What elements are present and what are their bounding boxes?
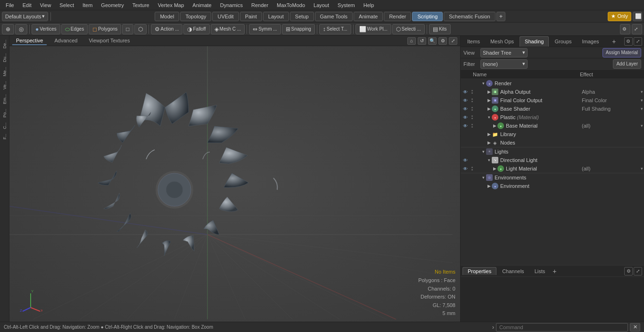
filter-dropdown[interactable]: (none) ▾ xyxy=(480,59,528,69)
viewport[interactable]: Y X Z No Items Polygons : Face Channels:… xyxy=(9,46,460,322)
add-layer-button[interactable]: Add Layer xyxy=(613,59,641,69)
tree-item-light-material[interactable]: 👁 ▶ ● Light Material (all) ▾ xyxy=(461,164,644,173)
arrow-library[interactable]: ▶ xyxy=(486,132,492,137)
effect-arrow-base-shader[interactable]: ▾ xyxy=(641,106,643,111)
tree-item-library[interactable]: ▶ 📁 Library xyxy=(461,130,644,138)
tab-animate[interactable]: Animate xyxy=(354,12,383,21)
tree-item-alpha-output[interactable]: 👁 ▶ ▣ Alpha Output Alpha ▾ xyxy=(461,88,644,96)
tab-schematic[interactable]: Schematic Fusion xyxy=(444,12,495,21)
vp-home-btn[interactable]: ⌂ xyxy=(407,37,416,45)
effect-arrow-alpha[interactable]: ▾ xyxy=(641,89,643,94)
prop-tab-lists[interactable]: Lists xyxy=(530,267,550,275)
arrow-environment[interactable]: ▶ xyxy=(486,184,492,188)
tree-item-environment[interactable]: ▶ ● Environment xyxy=(461,182,644,190)
eye-environments[interactable] xyxy=(462,174,469,181)
tab-setup[interactable]: Setup xyxy=(290,12,314,21)
arrow-nodes[interactable]: ▶ xyxy=(486,140,492,145)
add-panel-tab-button[interactable]: + xyxy=(610,38,618,45)
sidebar-item-em[interactable]: Em... xyxy=(1,92,8,106)
tree-item-environments[interactable]: ▾ ◎ Environments xyxy=(461,173,644,182)
edges-btn[interactable]: ⬭ Edges xyxy=(61,24,88,34)
arrow-environments[interactable]: ▾ xyxy=(480,175,486,180)
prop-settings-icon[interactable]: ⚙ xyxy=(624,267,633,275)
tab-model[interactable]: Model xyxy=(155,12,179,21)
eye-light-mat[interactable]: 👁 xyxy=(462,165,469,172)
tree-item-lights[interactable]: ▾ ☀ Lights xyxy=(461,147,644,156)
polygons-btn[interactable]: ◻ Polygons xyxy=(89,24,121,34)
tab-render[interactable]: Render xyxy=(384,12,411,21)
sidebar-item-c[interactable]: C... xyxy=(1,121,8,131)
eye-library[interactable] xyxy=(462,130,469,138)
falloff-btn[interactable]: ◑ Falloff xyxy=(183,24,209,34)
view-dropdown[interactable]: Shader Tree ▾ xyxy=(480,48,528,57)
eye-render[interactable] xyxy=(462,80,469,87)
vp-rotate-btn[interactable]: ↺ xyxy=(418,37,426,45)
eye-nodes[interactable] xyxy=(462,139,469,146)
add-layout-button[interactable]: + xyxy=(496,12,506,21)
selection-btn[interactable]: ⬡ Selecti ... xyxy=(392,24,425,34)
sidebar-item-me[interactable]: Me... xyxy=(1,65,8,78)
work-plane-btn[interactable]: ⬜ Work Pl... xyxy=(355,24,391,34)
tab-layout[interactable]: Layout xyxy=(263,12,289,21)
sidebar-item-de[interactable]: De... xyxy=(1,38,8,50)
select2-btn[interactable]: ⬡ xyxy=(134,24,147,34)
eye-environment[interactable] xyxy=(462,182,469,190)
tab-topology[interactable]: Topology xyxy=(180,12,211,21)
eye-plastic[interactable]: 👁 xyxy=(462,113,469,121)
add-prop-tab-button[interactable]: + xyxy=(553,267,556,275)
arrow-alpha[interactable]: ▶ xyxy=(486,89,492,94)
menu-texture[interactable]: Texture xyxy=(129,1,153,9)
eye-base-shader[interactable]: 👁 xyxy=(462,105,469,113)
effect-arrow-final-color[interactable]: ▾ xyxy=(641,98,643,103)
arrow-lights[interactable]: ▾ xyxy=(480,149,486,154)
panel-tab-mesh-ops[interactable]: Mesh Ops xyxy=(486,36,519,47)
eye-dir-light[interactable]: 👁 xyxy=(462,156,469,164)
shader-tree[interactable]: ▾ ● Render 👁 ▶ ▣ Alpha Output Alpha ▾ xyxy=(461,79,644,265)
vp-expand-btn[interactable]: ⤢ xyxy=(449,37,457,45)
only-button[interactable]: ★ Only xyxy=(608,12,631,21)
select1-btn[interactable]: □ xyxy=(122,24,133,34)
panel-tab-groups[interactable]: Groups xyxy=(550,36,576,47)
menu-edit[interactable]: Edit xyxy=(19,1,35,9)
settings-btn[interactable]: ⚙ xyxy=(620,24,630,34)
vertices-btn[interactable]: ● Vertices xyxy=(32,24,60,34)
eye-final-color[interactable]: 👁 xyxy=(462,97,469,104)
menu-render[interactable]: Render xyxy=(248,1,272,9)
layout-dropdown[interactable]: Default Layouts ▾ xyxy=(2,12,48,21)
effect-arrow-base-mat[interactable]: ▾ xyxy=(641,123,643,128)
arrow-dir-light[interactable]: ▾ xyxy=(486,158,492,162)
menu-layout[interactable]: Layout xyxy=(310,1,333,9)
tree-item-plastic[interactable]: 👁 ▾ ● Plastic (Material) xyxy=(461,113,644,121)
maximize-button[interactable]: ⬜ xyxy=(633,12,642,21)
vp-gear-btn[interactable]: ⚙ xyxy=(438,37,447,45)
menu-geometry[interactable]: Geometry xyxy=(97,1,127,9)
mesh-btn[interactable]: ◈ Mesh C ... xyxy=(211,24,245,34)
panel-tab-images[interactable]: Images xyxy=(578,36,604,47)
menu-item[interactable]: Item xyxy=(79,1,96,9)
command-input[interactable] xyxy=(496,323,628,332)
prop-tab-properties[interactable]: Properties xyxy=(462,267,496,275)
tab-uvedit[interactable]: UVEdit xyxy=(212,12,239,21)
arrow-base-mat[interactable]: ▶ xyxy=(492,123,497,128)
eye-alpha[interactable]: 👁 xyxy=(462,88,469,96)
menu-select[interactable]: Select xyxy=(56,1,78,9)
tree-item-base-shader[interactable]: 👁 ▶ ● Base Shader Full Shading ▾ xyxy=(461,105,644,113)
arrow-base-shader[interactable]: ▶ xyxy=(486,106,492,111)
menu-dynamics[interactable]: Dynamics xyxy=(216,1,247,9)
command-clear-button[interactable]: ✕ xyxy=(630,323,640,332)
sidebar-item-ve[interactable]: Ve... xyxy=(1,79,8,91)
menu-view[interactable]: View xyxy=(36,1,55,9)
pivot-btn[interactable]: ◎ xyxy=(15,24,27,34)
action-btn[interactable]: ⚙ Action ... xyxy=(151,24,183,34)
eye-base-mat[interactable]: 👁 xyxy=(462,122,469,130)
tree-item-dir-light[interactable]: 👁 ▾ ↘ Directional Light xyxy=(461,156,644,164)
tab-game-tools[interactable]: Game Tools xyxy=(315,12,353,21)
tab-paint[interactable]: Paint xyxy=(240,12,262,21)
tree-item-base-material[interactable]: 👁 ▶ ● Base Material (all) ▾ xyxy=(461,121,644,130)
tree-item-final-color[interactable]: 👁 ▶ ▣ Final Color Output Final Color ▾ xyxy=(461,96,644,105)
symmetry-btn[interactable]: ⇔ Symm ... xyxy=(249,24,281,34)
panel-tab-shading[interactable]: Shading xyxy=(520,36,549,47)
prop-tab-channels[interactable]: Channels xyxy=(497,267,528,275)
tree-item-render[interactable]: ▾ ● Render xyxy=(461,79,644,88)
panel-tab-items[interactable]: Items xyxy=(462,36,485,47)
